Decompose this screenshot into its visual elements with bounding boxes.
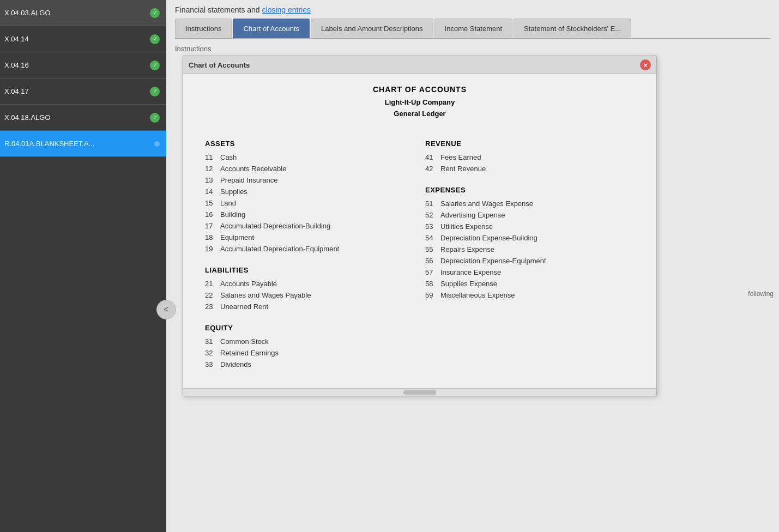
expenses-header: EXPENSES [425,186,635,194]
sidebar: X.04.03.ALGO ✓ X.04.14 ✓ X.04.16 ✓ X.04.… [0,0,166,532]
coa-row-14: 14 Supplies [205,188,414,196]
coa-row-13: 13 Prepaid Insurance [205,176,414,184]
tab-instructions[interactable]: Instructions [175,19,232,38]
coa-row-32: 32 Retained Earnings [205,349,414,357]
equity-header: EQUITY [205,324,414,332]
coa-row-15: 15 Land [205,199,414,207]
modal-header: Chart of Accounts × [183,56,656,74]
coa-row-33: 33 Dividends [205,360,414,368]
sidebar-item-x0418algo[interactable]: X.04.18.ALGO ✓ [0,105,166,131]
coa-company: Light-It-Up Company [200,98,640,106]
tab-bar: Instructions Chart of Accounts Labels an… [175,19,770,39]
check-icon-0: ✓ [150,8,160,18]
coa-row-51: 51 Salaries and Wages Expense [425,200,635,208]
coa-row-17: 17 Accumulated Depreciation-Building [205,222,414,230]
coa-columns: ASSETS 11 Cash 12 Accounts Receivable 13 [200,131,640,372]
page-title: Financial statements and closing entries [175,5,770,14]
sidebar-collapse-button[interactable]: < [156,300,176,319]
modal-title: Chart of Accounts [189,61,250,69]
overflow-hint: following [748,290,774,298]
page-header: Financial statements and closing entries… [166,0,779,39]
coa-row-18: 18 Equipment [205,233,414,241]
tab-chart-of-accounts[interactable]: Chart of Accounts [233,19,310,38]
check-icon-1: ✓ [150,34,160,44]
coa-row-52: 52 Advertising Expense [425,211,635,219]
revenue-header: REVENUE [425,140,635,148]
modal-overlay: Chart of Accounts × CHART OF ACCOUNTS Li… [183,56,779,532]
check-icon-4: ✓ [150,113,160,123]
coa-right-col: REVENUE 41 Fees Earned 42 Rent Revenue E… [420,131,640,372]
tab-income-statement[interactable]: Income Statement [434,19,513,38]
coa-row-41: 41 Fees Earned [425,153,635,161]
coa-row-23: 23 Unearned Rent [205,303,414,311]
coa-row-58: 58 Supplies Expense [425,280,635,288]
main-area: Financial statements and closing entries… [166,0,779,532]
coa-row-42: 42 Rent Revenue [425,165,635,173]
coa-row-19: 19 Accumulated Depreciation-Equipment [205,245,414,253]
sidebar-item-x0414[interactable]: X.04.14 ✓ [0,26,166,52]
assets-header: ASSETS [205,140,414,148]
instructions-label: Instructions [175,45,770,53]
tab-stmt-stockholders[interactable]: Statement of Stockholders' E... [514,19,631,38]
chart-of-accounts-modal: Chart of Accounts × CHART OF ACCOUNTS Li… [183,56,657,396]
tab-labels-amount[interactable]: Labels and Amount Descriptions [311,19,433,38]
coa-row-59: 59 Miscellaneous Expense [425,291,635,299]
coa-row-21: 21 Accounts Payable [205,280,414,288]
coa-row-12: 12 Accounts Receivable [205,165,414,173]
coa-row-53: 53 Utilities Expense [425,222,635,231]
coa-row-54: 54 Depreciation Expense-Building [425,234,635,242]
scrollbar-thumb[interactable] [403,390,436,395]
sidebar-item-x0417[interactable]: X.04.17 ✓ [0,78,166,105]
coa-row-57: 57 Insurance Expense [425,268,635,276]
coa-row-22: 22 Salaries and Wages Payable [205,291,414,299]
coa-ledger: General Ledger [200,110,640,118]
dot-icon-5 [154,141,160,147]
coa-main-title: CHART OF ACCOUNTS [200,85,640,94]
coa-row-55: 55 Repairs Expense [425,245,635,253]
sidebar-item-x0403algo[interactable]: X.04.03.ALGO ✓ [0,0,166,26]
sidebar-item-x0416[interactable]: X.04.16 ✓ [0,52,166,78]
modal-body[interactable]: CHART OF ACCOUNTS Light-It-Up Company Ge… [183,74,656,388]
sidebar-item-r0401a[interactable]: R.04.01A.BLANKSHEET.A... [0,131,166,157]
coa-row-11: 11 Cash [205,153,414,161]
closing-entries-link[interactable]: closing entries [262,5,311,14]
liabilities-header: LIABILITIES [205,266,414,274]
modal-horizontal-scrollbar[interactable] [183,388,656,396]
coa-row-56: 56 Depreciation Expense-Equipment [425,257,635,265]
coa-left-col: ASSETS 11 Cash 12 Accounts Receivable 13 [200,131,420,372]
check-icon-3: ✓ [150,87,160,96]
check-icon-2: ✓ [150,61,160,70]
main-content: Instructions Chart of Accounts × CHART O… [166,39,779,532]
coa-row-16: 16 Building [205,210,414,219]
modal-close-button[interactable]: × [640,59,651,70]
coa-row-31: 31 Common Stock [205,337,414,346]
